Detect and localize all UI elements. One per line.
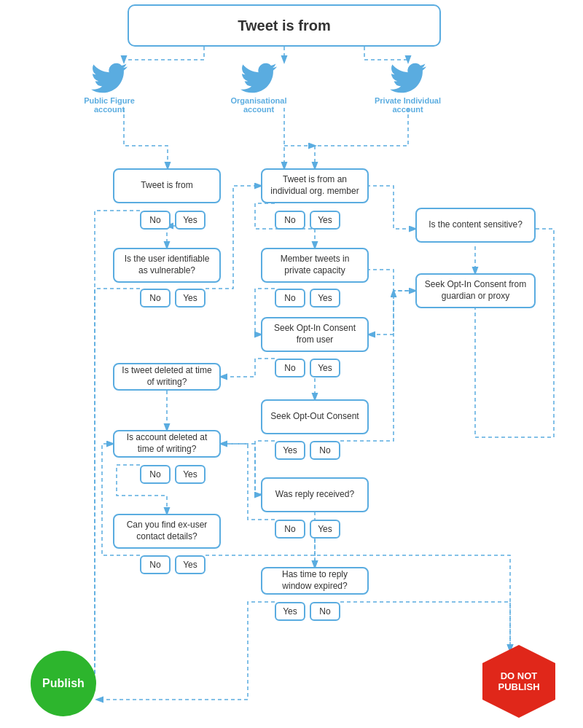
btn-time-no[interactable]: No xyxy=(140,555,171,574)
btn-reply-yes[interactable]: Yes xyxy=(175,465,206,484)
btn-sensitive-no[interactable]: No xyxy=(275,289,305,308)
do-not-publish: DO NOT PUBLISH xyxy=(479,641,559,721)
btn-sensitive-yes[interactable]: Yes xyxy=(310,289,340,308)
btn-vulnerable-no[interactable]: No xyxy=(275,211,305,230)
btn-acct-del-yes[interactable]: Yes xyxy=(275,441,305,460)
btn-private-yes[interactable]: Yes xyxy=(175,289,206,308)
btn-individual-yes[interactable]: Yes xyxy=(175,211,206,230)
private-bird: Private Individual account xyxy=(373,60,442,114)
org-bird: Organisational account xyxy=(226,60,292,114)
btn-private-no[interactable]: No xyxy=(140,289,171,308)
box-tweet-deleted: Seek Opt-In Consent from user xyxy=(261,317,369,352)
box-seek-user: Seek Opt-In Consent from guardian or pro… xyxy=(415,273,536,308)
btn-reply-no[interactable]: No xyxy=(140,465,171,484)
box-seek-guardian: Is the content sensitive? xyxy=(415,208,536,243)
btn-consent-yes[interactable]: Yes xyxy=(275,602,305,621)
btn-find-yes[interactable]: Yes xyxy=(310,520,340,539)
btn-consent-no[interactable]: No xyxy=(310,602,340,621)
box-reply: Is account deleted at time of writing? xyxy=(113,430,221,458)
box-time-expired: Can you find ex-user contact details? xyxy=(113,514,221,549)
box-find-contact: Was reply received? xyxy=(261,477,369,512)
box-individual-org: Tweet is from xyxy=(113,168,221,203)
btn-individual-no[interactable]: No xyxy=(140,211,171,230)
box-identifiable: Tweet is from an individual org. member xyxy=(261,168,369,203)
btn-vulnerable-yes[interactable]: Yes xyxy=(310,211,340,230)
btn-acct-del-no[interactable]: No xyxy=(310,441,340,460)
title-box: Tweet is from xyxy=(128,4,441,47)
publish-button[interactable]: Publish xyxy=(31,651,96,716)
box-sensitive: Member tweets in private capacity xyxy=(261,248,369,283)
box-consent-received: Has time to reply window expired? xyxy=(261,567,369,595)
btn-tweet-del-yes[interactable]: Yes xyxy=(310,359,340,377)
box-private-capacity: Is the user identifiable as vulnerable? xyxy=(113,248,221,283)
box-opt-out: Is tweet deleted at time of writing? xyxy=(113,363,221,391)
public-figure-bird: Public Figure account xyxy=(77,60,142,114)
btn-tweet-del-no[interactable]: No xyxy=(275,359,305,377)
btn-find-no[interactable]: No xyxy=(275,520,305,539)
box-account-deleted: Seek Opt-Out Consent xyxy=(261,399,369,434)
btn-time-yes[interactable]: Yes xyxy=(175,555,206,574)
flowchart: Tweet is from Public Figure account Orga… xyxy=(0,0,583,728)
